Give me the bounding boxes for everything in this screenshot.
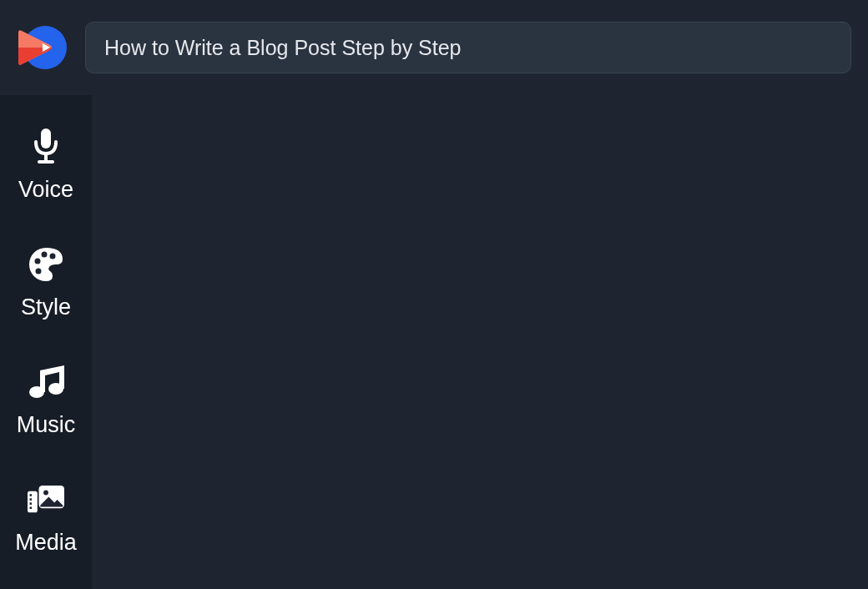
header — [0, 0, 868, 95]
svg-point-7 — [36, 269, 42, 274]
svg-rect-10 — [40, 370, 45, 392]
svg-rect-1 — [41, 128, 51, 149]
title-input[interactable] — [85, 22, 851, 73]
media-icon — [28, 481, 64, 518]
body: Voice Style — [0, 95, 868, 589]
svg-rect-11 — [59, 367, 64, 389]
app-logo[interactable] — [15, 26, 67, 69]
palette-icon — [28, 246, 64, 283]
main-content — [92, 95, 868, 589]
sidebar-item-music[interactable]: Music — [0, 345, 92, 463]
sidebar-item-label: Voice — [18, 177, 73, 203]
sidebar-item-label: Media — [15, 530, 77, 556]
music-icon — [28, 364, 64, 400]
svg-rect-12 — [28, 491, 38, 512]
sidebar-item-media[interactable]: Media — [0, 463, 92, 581]
sidebar-item-label: Style — [21, 294, 71, 320]
svg-point-5 — [42, 252, 48, 258]
svg-rect-16 — [30, 506, 33, 509]
sidebar-item-style[interactable]: Style — [0, 228, 92, 345]
sidebar-item-voice[interactable]: Voice — [0, 110, 92, 228]
svg-point-6 — [50, 254, 56, 259]
sidebar-item-label: Music — [17, 412, 76, 438]
svg-rect-14 — [30, 498, 33, 501]
sidebar: Voice Style — [0, 95, 92, 589]
svg-rect-13 — [30, 494, 33, 496]
svg-point-18 — [43, 491, 48, 496]
microphone-icon — [28, 128, 64, 165]
svg-point-4 — [35, 259, 41, 264]
svg-rect-15 — [30, 502, 33, 505]
